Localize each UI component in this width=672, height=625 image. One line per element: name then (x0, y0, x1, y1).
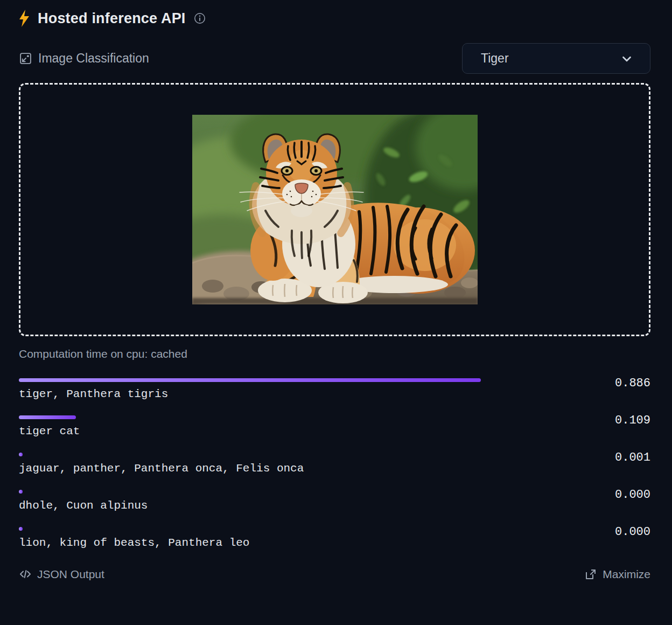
task-type: Image Classification (19, 51, 149, 66)
score-value: 0.000 (580, 525, 650, 539)
code-icon (19, 568, 32, 581)
score-bar (19, 415, 76, 419)
score-value: 0.109 (580, 414, 650, 427)
example-select-value: Tiger (481, 51, 509, 66)
result-bar-and-label: jaguar, panther, Panthera onca, Felis on… (19, 453, 580, 475)
inference-widget: Hosted inference API Image Classificatio… (0, 0, 672, 581)
score-bar (19, 378, 481, 382)
result-row: lion, king of beasts, Panthera leo 0.000 (19, 527, 650, 549)
class-label: lion, king of beasts, Panthera leo (19, 537, 540, 549)
input-image-preview (192, 115, 478, 304)
class-label: jaguar, panther, Panthera onca, Felis on… (19, 462, 540, 475)
image-dropzone[interactable] (19, 83, 650, 336)
score-value: 0.886 (580, 377, 650, 390)
results-list: tiger, Panthera tigris 0.886 tiger cat 0… (19, 378, 650, 549)
class-label: tiger, Panthera tigris (19, 388, 540, 400)
json-output-button[interactable]: JSON Output (19, 568, 104, 581)
result-row: tiger cat 0.109 (19, 415, 650, 438)
score-bar (19, 490, 23, 494)
result-row: tiger, Panthera tigris 0.886 (19, 378, 650, 400)
class-label: tiger cat (19, 425, 540, 438)
task-row: Image Classification Tiger (19, 43, 650, 74)
example-select[interactable]: Tiger (462, 43, 650, 74)
result-bar-and-label: tiger cat (19, 415, 580, 438)
score-bar (19, 527, 23, 531)
result-bar-and-label: dhole, Cuon alpinus (19, 490, 580, 512)
page-title: Hosted inference API (38, 10, 186, 27)
lightning-bolt-icon (19, 10, 31, 27)
image-classification-icon (19, 52, 32, 65)
info-icon[interactable] (194, 12, 206, 24)
json-output-label: JSON Output (37, 568, 104, 581)
result-row: jaguar, panther, Panthera onca, Felis on… (19, 453, 650, 475)
computation-time: Computation time on cpu: cached (19, 348, 650, 360)
class-label: dhole, Cuon alpinus (19, 499, 540, 512)
widget-header: Hosted inference API (19, 10, 650, 27)
task-label: Image Classification (38, 51, 149, 66)
maximize-button[interactable]: Maximize (584, 568, 650, 581)
score-value: 0.001 (580, 451, 650, 464)
maximize-label: Maximize (603, 568, 650, 581)
result-bar-and-label: tiger, Panthera tigris (19, 378, 580, 400)
score-bar (19, 453, 23, 456)
result-bar-and-label: lion, king of beasts, Panthera leo (19, 527, 580, 549)
result-row: dhole, Cuon alpinus 0.000 (19, 490, 650, 512)
chevron-down-icon (620, 52, 634, 66)
widget-footer: JSON Output Maximize (19, 568, 650, 581)
score-value: 0.000 (580, 488, 650, 502)
maximize-icon (584, 568, 597, 581)
